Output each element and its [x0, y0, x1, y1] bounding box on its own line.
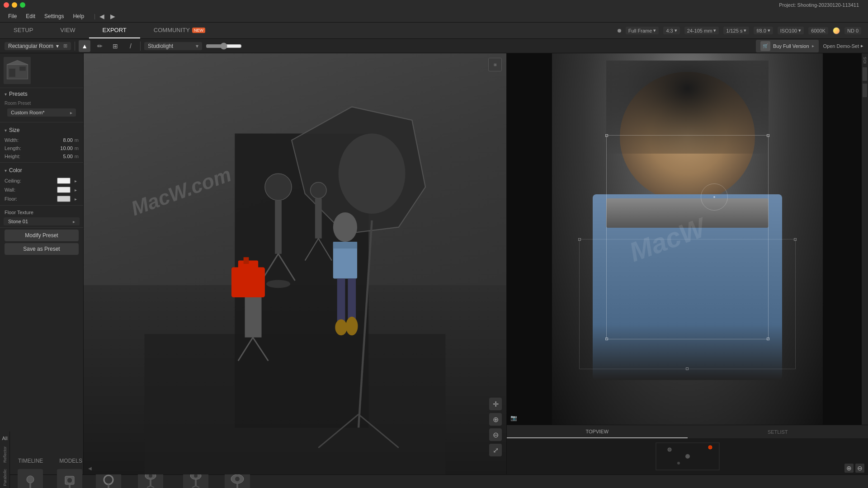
list-item[interactable]: Bare Flash	[12, 467, 48, 488]
line-tool[interactable]: /	[125, 40, 137, 52]
minimize-button[interactable]	[12, 2, 17, 8]
select-tool[interactable]: ▲	[79, 40, 90, 52]
svg-rect-60	[195, 479, 197, 486]
svg-point-30	[311, 183, 327, 199]
sel-handle-body-tr	[794, 238, 797, 241]
right-tab-2[interactable]	[863, 84, 867, 97]
maximize-button[interactable]	[20, 2, 25, 8]
tab-setup[interactable]: SETUP	[0, 23, 47, 38]
svg-line-57	[151, 486, 154, 488]
rotate-view-button[interactable]: ✛	[489, 398, 502, 410]
photo-view: MacW 📷 IDS	[507, 53, 868, 425]
room-thumb	[4, 57, 31, 84]
topview-area: ⊕ ⊖	[507, 438, 868, 474]
lens-selector[interactable]: 24-105 mm ▾	[684, 27, 719, 34]
pan-view-button[interactable]: ⊕	[489, 413, 502, 426]
menu-help[interactable]: Help	[69, 12, 88, 21]
nd-selector[interactable]: ND 0	[844, 27, 861, 34]
demo-set-button[interactable]: Open Demo-Set ▸	[823, 43, 863, 49]
light-intensity-slider[interactable]	[206, 42, 242, 50]
close-button[interactable]	[4, 2, 9, 8]
color-wheel-icon[interactable]	[833, 27, 840, 34]
3d-viewport[interactable]: MacW.com ⊞ ✛ ⊕ ⊖ ⤢ ◀	[84, 53, 506, 474]
svg-rect-2	[9, 68, 15, 76]
setlist-tab[interactable]: SETLIST	[688, 425, 868, 438]
menu-settings[interactable]: Settings	[41, 12, 67, 21]
svg-point-16	[266, 280, 290, 288]
menu-edit[interactable]: Edit	[22, 12, 39, 21]
frame-selector[interactable]: Full Frame ▾	[626, 27, 659, 34]
camera-params-bar: Full Frame ▾ 4:3 ▾ 24-105 mm ▾ 1/125 s ▾…	[611, 23, 868, 38]
svg-line-61	[192, 486, 196, 488]
zoom-plus-button[interactable]: ⊕	[844, 464, 854, 473]
zoom-view-button[interactable]: ⊖	[489, 428, 502, 441]
fit-view-button[interactable]: ⤢	[489, 444, 502, 456]
ceiling-color-swatch[interactable]	[57, 178, 71, 184]
ratio-selector[interactable]: 4:3 ▾	[663, 27, 679, 34]
topview-zoom-controls: ⊕ ⊖	[844, 464, 864, 473]
sel-handle-body-tl	[578, 238, 581, 241]
ids-tab[interactable]: IDS	[862, 55, 868, 66]
svg-rect-31	[315, 198, 322, 239]
height-input[interactable]	[50, 154, 73, 159]
room-preset-dropdown[interactable]: Custom Room* ▸	[7, 108, 76, 117]
svg-rect-40	[29, 483, 31, 488]
modify-preset-button[interactable]: Modify Preset	[5, 230, 79, 241]
filter-all[interactable]: All	[0, 434, 9, 443]
svg-point-35	[685, 454, 690, 459]
divider-2	[0, 162, 83, 163]
floor-texture-selector[interactable]: Stone 01 ▸	[4, 217, 80, 225]
pen-tool[interactable]: ✏	[94, 40, 106, 52]
buy-full-version-btn[interactable]: 🛒 Buy Full Version ▸	[756, 40, 818, 52]
wall-expand-btn[interactable]: ▸	[72, 187, 79, 193]
ceiling-expand-btn[interactable]: ▸	[72, 178, 79, 184]
svg-rect-19	[333, 242, 357, 249]
wall-color-swatch[interactable]	[57, 187, 71, 193]
floor-expand-btn[interactable]: ▸	[72, 196, 79, 202]
tab-export[interactable]: EXPORT	[89, 23, 140, 38]
svg-point-17	[333, 212, 357, 242]
list-item[interactable]: Gobo - Projector	[51, 467, 88, 488]
tab-view[interactable]: VIEW	[47, 23, 89, 38]
iso-selector[interactable]: ISO100 ▾	[778, 27, 804, 34]
sel-handle-tr	[767, 134, 769, 137]
grid-tool[interactable]: ⊞	[109, 40, 121, 52]
room-preview	[0, 53, 83, 88]
svg-marker-1	[7, 60, 28, 64]
svg-point-36	[668, 448, 671, 451]
aperture-selector[interactable]: f/8.0 ▾	[754, 27, 773, 34]
nav-forward-button[interactable]: ▶	[108, 12, 117, 21]
width-input[interactable]	[50, 137, 73, 143]
save-as-preset-button[interactable]: Save as Preset	[5, 243, 79, 255]
color-section-header[interactable]: ▾ Color	[0, 164, 83, 176]
filter-reflector[interactable]: Reflector	[2, 444, 8, 465]
svg-point-22	[335, 319, 347, 336]
svg-point-39	[27, 476, 34, 483]
shutter-selector[interactable]: 1/125 s ▾	[723, 27, 749, 34]
floor-color-swatch[interactable]	[57, 196, 71, 202]
room-selector[interactable]: Rectangular Room ▾ ⊞	[5, 42, 71, 50]
length-input[interactable]	[50, 145, 73, 151]
svg-rect-65	[236, 483, 238, 488]
svg-point-44	[67, 478, 72, 483]
nav-back-button[interactable]: ◀	[97, 12, 106, 21]
preset-selector[interactable]: Studiolight ▾	[144, 42, 202, 50]
right-tab-1[interactable]	[863, 67, 867, 81]
nav-cube[interactable]: ⊞	[488, 58, 502, 71]
presets-section-header[interactable]: ▾ Presets	[0, 88, 83, 100]
menu-file[interactable]: File	[5, 12, 20, 21]
svg-point-23	[346, 317, 358, 335]
room-preview-svg	[5, 58, 30, 83]
svg-point-12	[265, 174, 292, 200]
kelvin-selector[interactable]: 6000K	[808, 27, 828, 34]
topview-tab[interactable]: TOPVIEW	[507, 425, 688, 438]
svg-point-38	[677, 462, 680, 465]
divider-4	[0, 227, 83, 228]
tab-community[interactable]: COMMUNITY NEW	[140, 23, 219, 38]
size-section-header[interactable]: ▾ Size	[0, 124, 83, 136]
svg-rect-3	[19, 66, 26, 70]
filter-parabolic[interactable]: Parabolic	[2, 466, 8, 488]
zoom-minus-button[interactable]: ⊖	[855, 464, 864, 473]
tab-timeline[interactable]: TIMELINE	[10, 458, 51, 465]
floor-texture-label-row: Floor Texture	[0, 207, 83, 216]
